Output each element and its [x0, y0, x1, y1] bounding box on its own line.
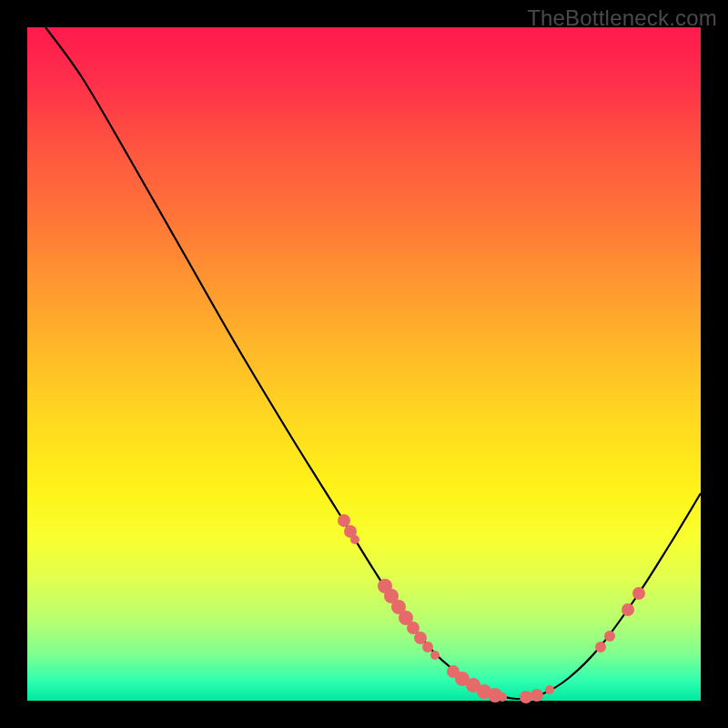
data-point — [422, 642, 433, 652]
data-point — [338, 514, 350, 527]
chart-svg — [27, 27, 701, 701]
data-point — [545, 685, 554, 694]
watermark-text: TheBottleneck.com — [527, 5, 717, 31]
data-point — [632, 587, 645, 600]
data-point — [430, 651, 440, 660]
data-point — [531, 689, 543, 702]
bottleneck-curve — [46, 27, 701, 699]
data-point — [595, 642, 606, 652]
data-point — [520, 691, 532, 703]
data-point — [604, 631, 615, 642]
data-point — [622, 603, 634, 616]
data-point — [498, 693, 507, 702]
marker-group — [338, 514, 645, 703]
chart-area — [27, 27, 701, 701]
data-point — [350, 535, 359, 544]
